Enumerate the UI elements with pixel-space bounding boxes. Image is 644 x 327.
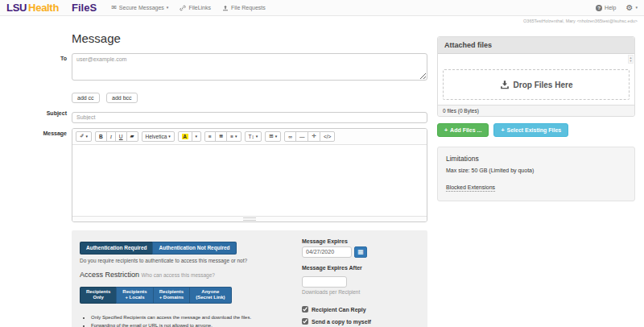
paragraph-button[interactable]: ≡ ▾ xyxy=(226,131,241,142)
compose-column: Message To add cc add bcc Subject Messag… xyxy=(28,27,427,327)
font-name-label: Helvetica xyxy=(146,134,167,139)
scroll-down-icon[interactable]: ▼ xyxy=(630,60,633,63)
subject-input[interactable] xyxy=(72,112,427,123)
eraser-icon: ▰ xyxy=(130,133,134,139)
add-cc-button[interactable]: add cc xyxy=(72,93,100,103)
nav-filelinks[interactable]: FileLinks xyxy=(180,5,211,11)
calendar-icon: ▦ xyxy=(357,249,364,255)
auth-help-text: Do you require recipients to authenticat… xyxy=(80,258,292,263)
envelope-icon: ✉ xyxy=(111,4,117,11)
lsu-health-logo[interactable]: LSU Health xyxy=(6,2,59,14)
add-files-button[interactable]: + Add Files ... xyxy=(437,123,489,137)
recipients-domains-button[interactable]: Recipients + Domains xyxy=(153,287,191,304)
calendar-button[interactable]: ▦ xyxy=(354,246,367,258)
unordered-list-icon: ≡ xyxy=(208,134,212,139)
expires-after-input[interactable] xyxy=(302,276,347,288)
align-icon: ≡ xyxy=(230,134,233,139)
logo-health-text: Health xyxy=(28,2,59,14)
auth-not-required-button[interactable]: Authentication Not Required xyxy=(152,242,236,255)
message-expires-label: Message Expires xyxy=(302,238,419,244)
gear-icon: ⚙ xyxy=(626,4,634,12)
access-restriction-group: Recipients Only Recipients + Locals Reci… xyxy=(80,287,232,304)
code-view-button[interactable]: </> xyxy=(320,131,335,142)
anyone-secret-link-button[interactable]: Anyone (Secret Link) xyxy=(189,287,231,304)
select-existing-files-button[interactable]: + Select Existing Files xyxy=(493,123,568,137)
font-name-button[interactable]: Helvetica ▾ xyxy=(142,131,175,142)
rich-text-editor: ✐ ▾ B I U ▰ xyxy=(72,128,427,222)
drop-files-label: Drop Files Here xyxy=(514,81,573,89)
table-button[interactable]: ⊞ ▾ xyxy=(265,131,281,142)
style-button[interactable]: ✐ ▾ xyxy=(76,131,92,142)
ordered-list-icon: ≣ xyxy=(219,133,223,139)
files-count: 0 files (0 Bytes) xyxy=(438,105,634,116)
logged-in-user: O365TestHolzenthal, Mary <nholzen365test… xyxy=(0,16,644,25)
subject-row: Subject xyxy=(28,108,427,123)
bold-button[interactable]: B xyxy=(95,131,107,142)
to-input[interactable] xyxy=(72,53,427,81)
line-height-icon: T↕ xyxy=(249,134,254,139)
nav-filelinks-label: FileLinks xyxy=(188,5,211,10)
options-right: Message Expires ▦ Message Expires After … xyxy=(302,238,419,327)
plus-icon: + xyxy=(501,127,504,133)
upload-icon xyxy=(222,5,229,11)
send-copy-label: Send a copy to myself xyxy=(312,319,371,325)
expires-after-label: Message Expires After xyxy=(302,265,419,271)
fullscreen-button[interactable]: ✛ xyxy=(308,131,320,142)
ordered-list-button[interactable]: ≣ xyxy=(215,131,227,142)
cc-bcc-row: add cc add bcc xyxy=(28,89,427,103)
unordered-list-button[interactable]: ≡ xyxy=(204,131,216,142)
recipients-only-button[interactable]: Recipients Only xyxy=(80,287,117,304)
to-label: To xyxy=(28,53,72,84)
caret-down-icon: ▾ xyxy=(235,135,237,139)
message-editor-area[interactable] xyxy=(72,145,427,216)
nav-file-requests[interactable]: File Requests xyxy=(222,5,266,11)
magic-wand-icon: ✐ xyxy=(80,133,84,139)
help-button[interactable]: ? Help xyxy=(596,5,616,11)
auth-required-button[interactable]: Authentication Required xyxy=(80,242,153,255)
chain-link-icon: ∞ xyxy=(288,134,292,139)
send-copy-row: Send a copy to myself xyxy=(302,318,419,325)
limitations-title: Limitations xyxy=(446,155,626,163)
attached-files-list[interactable]: ▲ ▼ xyxy=(438,54,634,64)
drop-files-zone[interactable]: Drop Files Here xyxy=(443,69,630,100)
line-height-button[interactable]: T↕ ▾ xyxy=(245,131,262,142)
select-existing-files-label: Select Existing Files xyxy=(506,127,561,133)
settings-button[interactable]: ⚙ ▾ xyxy=(626,4,638,12)
caret-down-icon: ▾ xyxy=(256,135,258,139)
resize-handle[interactable] xyxy=(243,217,256,221)
page-content: Message To add cc add bcc Subject Messag… xyxy=(0,25,644,327)
downloads-per-recipient-label: Downloads per Recipient xyxy=(302,289,419,295)
font-color-caret-button[interactable]: ▾ xyxy=(192,131,202,142)
nav-secure-messages[interactable]: ✉ Secure Messages ▾ xyxy=(111,4,168,11)
app-brand[interactable]: FileS xyxy=(72,2,97,14)
caret-down-icon: ▾ xyxy=(275,135,278,139)
nav-file-requests-label: File Requests xyxy=(231,5,266,10)
help-icon: ? xyxy=(596,5,602,11)
add-bcc-button[interactable]: add bcc xyxy=(106,93,138,103)
nav-secure-messages-label: Secure Messages xyxy=(119,5,164,10)
font-color-icon: A xyxy=(182,134,188,139)
insert-link-button[interactable]: ∞ xyxy=(284,131,296,142)
message-label: Message xyxy=(28,128,72,327)
editor-toolbar: ✐ ▾ B I U ▰ xyxy=(72,129,427,145)
link-icon xyxy=(180,5,186,11)
horizontal-rule-button[interactable]: — xyxy=(295,131,309,142)
attachment-buttons: + Add Files ... + Select Existing Files xyxy=(437,123,635,137)
clear-format-button[interactable]: ▰ xyxy=(126,131,138,142)
authentication-toggle-group: Authentication Required Authentication N… xyxy=(80,242,237,255)
scrollbar[interactable]: ▲ ▼ xyxy=(628,55,634,64)
message-row: Message ✐ ▾ B I U xyxy=(28,128,427,327)
font-color-button[interactable]: A xyxy=(178,131,192,142)
attachments-column: Attached files ▲ ▼ Drop Files Here 0 fil… xyxy=(437,27,635,201)
recipient-can-reply-checkbox[interactable] xyxy=(302,306,308,313)
fullscreen-icon: ✛ xyxy=(312,133,316,139)
access-restriction-title: Access Restriction Who can access this m… xyxy=(80,271,292,279)
send-copy-checkbox[interactable] xyxy=(302,318,308,325)
underline-button[interactable]: U xyxy=(115,131,127,142)
help-label: Help xyxy=(605,5,616,10)
expires-date-input[interactable] xyxy=(302,246,352,258)
recipients-locals-button[interactable]: Recipients + Locals xyxy=(116,287,153,304)
blocked-extensions-link[interactable]: Blocked Extensions xyxy=(446,184,495,192)
access-bullet: Forwarding of the email or URL is not al… xyxy=(91,321,292,327)
drop-zone-container: Drop Files Here xyxy=(438,64,634,105)
